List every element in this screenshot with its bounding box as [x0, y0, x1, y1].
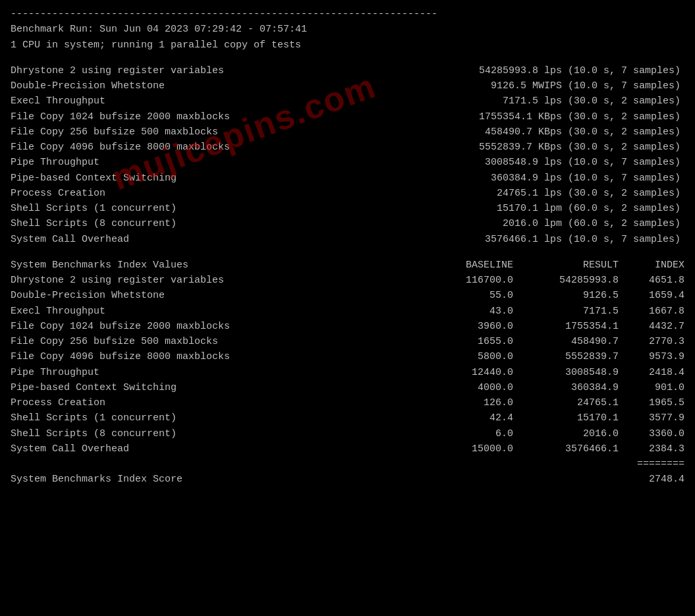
- benchmark-label: Process Creation: [11, 186, 261, 201]
- benchmark-value-cell: 3576466.1 lps (10.0 s, 7 samples): [261, 232, 684, 247]
- benchmark-value-cell: 5552839.7 KBps (30.0 s, 2 samples): [261, 140, 684, 155]
- index-row-label: Pipe Throughput: [11, 365, 261, 380]
- index-row-result: 24765.1: [533, 395, 619, 410]
- index-row-index: 901.0: [619, 380, 684, 395]
- index-row-baseline: 1655.0: [261, 334, 533, 349]
- index-table: Dhrystone 2 using register variables1167…: [11, 273, 684, 457]
- index-row-baseline: 43.0: [261, 304, 533, 319]
- index-row-result: 360384.9: [533, 380, 619, 395]
- benchmark-row: System Call Overhead 3576466.1 lps (10.0…: [11, 232, 684, 247]
- benchmark-row: File Copy 1024 bufsize 2000 maxblocks 17…: [11, 109, 684, 125]
- benchmark-value-cell: 1755354.1 KBps (30.0 s, 2 samples): [261, 109, 684, 125]
- score-value: 2748.4: [261, 472, 684, 487]
- index-row-index: 3577.9: [619, 410, 684, 426]
- index-row-baseline: 116700.0: [261, 273, 533, 288]
- index-row: Execl Throughput43.07171.51667.8: [11, 304, 684, 319]
- benchmark-row: Pipe-based Context Switching 360384.9 lp…: [11, 171, 684, 186]
- index-row-index: 2418.4: [619, 365, 684, 380]
- equals-line: ========: [11, 457, 684, 472]
- index-row: Pipe Throughput12440.03008548.92418.4: [11, 365, 684, 380]
- index-header-label: System Benchmarks Index Values: [11, 258, 261, 273]
- index-row: File Copy 1024 bufsize 2000 maxblocks396…: [11, 319, 684, 334]
- index-row-baseline: 6.0: [261, 426, 533, 441]
- index-row-label: System Call Overhead: [11, 441, 261, 457]
- benchmark-label: Shell Scripts (8 concurrent): [11, 216, 261, 231]
- index-row-label: Shell Scripts (8 concurrent): [11, 426, 261, 441]
- index-row-result: 5552839.7: [533, 349, 619, 364]
- benchmark-value-cell: 7171.5 lps (30.0 s, 2 samples): [261, 94, 684, 109]
- index-row: Dhrystone 2 using register variables1167…: [11, 273, 684, 288]
- index-row-result: 54285993.8: [533, 273, 619, 288]
- index-row-result: 9126.5: [533, 288, 619, 303]
- benchmark-value-cell: 2016.0 lpm (60.0 s, 2 samples): [261, 216, 684, 231]
- benchmark-label: File Copy 4096 bufsize 8000 maxblocks: [11, 140, 261, 155]
- benchmark-value-cell: 54285993.8 lps (10.0 s, 7 samples): [261, 63, 684, 78]
- index-row-label: Pipe-based Context Switching: [11, 380, 261, 395]
- index-row: File Copy 256 bufsize 500 maxblocks1655.…: [11, 334, 684, 349]
- benchmark-value-cell: 15170.1 lpm (60.0 s, 2 samples): [261, 201, 684, 216]
- index-row-label: File Copy 1024 bufsize 2000 maxblocks: [11, 319, 261, 334]
- cpu-info-line: 1 CPU in system; running 1 parallel copy…: [11, 38, 684, 53]
- benchmark-row: Execl Throughput 7171.5 lps (30.0 s, 2 s…: [11, 94, 684, 109]
- benchmark-value-cell: 9126.5 MWIPS (10.0 s, 7 samples): [261, 78, 684, 94]
- benchmark-value-cell: 24765.1 lps (30.0 s, 2 samples): [261, 186, 684, 201]
- index-header-baseline: BASELINE: [261, 258, 533, 273]
- benchmark-value-cell: 458490.7 KBps (30.0 s, 2 samples): [261, 125, 684, 140]
- index-row-index: 4432.7: [619, 319, 684, 334]
- index-row: Shell Scripts (1 concurrent)42.415170.13…: [11, 410, 684, 426]
- index-header-row: System Benchmarks Index Values BASELINE …: [11, 258, 684, 273]
- index-row-result: 1755354.1: [533, 319, 619, 334]
- benchmark-label: Execl Throughput: [11, 94, 261, 109]
- index-row-result: 3576466.1: [533, 441, 619, 457]
- benchmark-table: Dhrystone 2 using register variables 542…: [11, 63, 684, 247]
- index-row: File Copy 4096 bufsize 8000 maxblocks580…: [11, 349, 684, 364]
- benchmark-row: Double-Precision Whetstone 9126.5 MWIPS …: [11, 78, 684, 94]
- separator-line: ----------------------------------------…: [11, 7, 684, 22]
- benchmark-value-cell: 3008548.9 lps (10.0 s, 7 samples): [261, 155, 684, 170]
- index-row-index: 2770.3: [619, 334, 684, 349]
- score-row: System Benchmarks Index Score 2748.4: [11, 472, 684, 487]
- index-row-result: 7171.5: [533, 304, 619, 319]
- index-row-baseline: 55.0: [261, 288, 533, 303]
- benchmark-label: File Copy 1024 bufsize 2000 maxblocks: [11, 109, 261, 125]
- benchmark-label: Double-Precision Whetstone: [11, 78, 261, 94]
- index-row-result: 3008548.9: [533, 365, 619, 380]
- index-row-index: 2384.3: [619, 441, 684, 457]
- index-row-label: File Copy 4096 bufsize 8000 maxblocks: [11, 349, 261, 364]
- index-row-label: Process Creation: [11, 395, 261, 410]
- benchmark-label: File Copy 256 bufsize 500 maxblocks: [11, 125, 261, 140]
- index-row: Double-Precision Whetstone55.09126.51659…: [11, 288, 684, 303]
- index-row-result: 15170.1: [533, 410, 619, 426]
- index-row-index: 4651.8: [619, 273, 684, 288]
- index-row-label: Execl Throughput: [11, 304, 261, 319]
- benchmark-row: Process Creation 24765.1 lps (30.0 s, 2 …: [11, 186, 684, 201]
- index-row: System Call Overhead15000.03576466.12384…: [11, 441, 684, 457]
- index-row-index: 3360.0: [619, 426, 684, 441]
- benchmark-label: System Call Overhead: [11, 232, 261, 247]
- index-row: Shell Scripts (8 concurrent)6.02016.0336…: [11, 426, 684, 441]
- index-row-label: File Copy 256 bufsize 500 maxblocks: [11, 334, 261, 349]
- index-row-baseline: 15000.0: [261, 441, 533, 457]
- index-row-index: 1667.8: [619, 304, 684, 319]
- score-label: System Benchmarks Index Score: [11, 472, 261, 487]
- benchmark-value-cell: 360384.9 lps (10.0 s, 7 samples): [261, 171, 684, 186]
- index-row-label: Double-Precision Whetstone: [11, 288, 261, 303]
- index-header-index: INDEX: [619, 258, 684, 273]
- index-row-baseline: 126.0: [261, 395, 533, 410]
- index-row-baseline: 4000.0: [261, 380, 533, 395]
- index-row: Pipe-based Context Switching4000.0360384…: [11, 380, 684, 395]
- benchmark-row: Dhrystone 2 using register variables 542…: [11, 63, 684, 78]
- benchmark-row: Pipe Throughput 3008548.9 lps (10.0 s, 7…: [11, 155, 684, 170]
- index-header-result: RESULT: [533, 258, 619, 273]
- index-row-index: 9573.9: [619, 349, 684, 364]
- index-row-baseline: 12440.0: [261, 365, 533, 380]
- index-row-result: 2016.0: [533, 426, 619, 441]
- index-row-result: 458490.7: [533, 334, 619, 349]
- benchmark-row: Shell Scripts (8 concurrent) 2016.0 lpm …: [11, 216, 684, 231]
- index-row-label: Shell Scripts (1 concurrent): [11, 410, 261, 426]
- benchmark-row: File Copy 4096 bufsize 8000 maxblocks 55…: [11, 140, 684, 155]
- benchmark-label: Pipe-based Context Switching: [11, 171, 261, 186]
- benchmark-run-line: Benchmark Run: Sun Jun 04 2023 07:29:42 …: [11, 22, 684, 37]
- index-row-baseline: 42.4: [261, 410, 533, 426]
- benchmark-row: Shell Scripts (1 concurrent) 15170.1 lpm…: [11, 201, 684, 216]
